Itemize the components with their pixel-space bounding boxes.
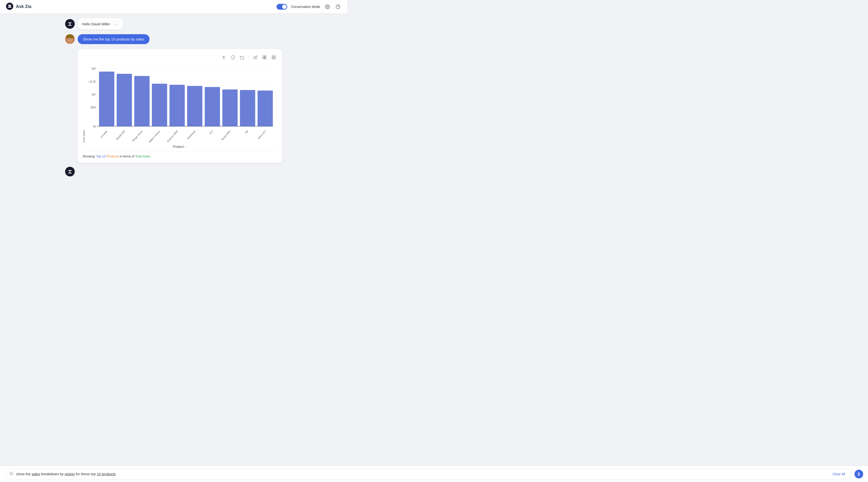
- showing-prefix: Showing:: [83, 155, 95, 158]
- middle-text: in terms of: [120, 155, 135, 158]
- svg-text:Fleetwood: Fleetwood: [187, 130, 195, 140]
- svg-text:Corvette: Corvette: [100, 130, 108, 138]
- conversation-mode-toggle[interactable]: [277, 4, 287, 10]
- user-message-text: Show me the top 10 products by sales: [83, 37, 144, 41]
- user-message-bubble: Show me the top 10 products by sales: [78, 34, 150, 44]
- chart-toolbar: [83, 54, 277, 63]
- svg-text:$500: $500: [91, 106, 96, 109]
- svg-text:$0: $0: [93, 125, 96, 128]
- bar-fleetwood: [187, 86, 202, 126]
- zia-chart-icon[interactable]: [220, 54, 227, 61]
- svg-rect-14: [265, 56, 266, 57]
- svg-text:Express 3500: Express 3500: [166, 130, 178, 143]
- bar-toyota: [222, 89, 238, 126]
- save-icon[interactable]: [261, 54, 268, 61]
- edit-icon[interactable]: [252, 54, 259, 61]
- svg-rect-16: [265, 58, 266, 59]
- metric-text: Total Sales: [135, 155, 151, 158]
- svg-rect-20: [274, 58, 275, 59]
- svg-rect-13: [263, 56, 264, 57]
- header-right: Conversation Mode: [277, 3, 341, 10]
- zia-avatar: [65, 19, 75, 29]
- svg-point-9: [71, 39, 71, 39]
- top-10-text: Top 10: [96, 155, 106, 158]
- svg-rect-18: [274, 56, 275, 57]
- svg-point-2: [327, 6, 328, 7]
- x-axis-chevron-icon: ⌄: [185, 145, 187, 148]
- showing-info: Showing: Top 10 Products in terms of Tot…: [83, 151, 277, 158]
- bar-volvo: [257, 91, 273, 127]
- bar-bmw: [152, 84, 167, 126]
- conversation: Hello David Miller ⌄: [65, 18, 282, 176]
- x-axis-label[interactable]: Product ⌄: [173, 145, 187, 149]
- dimension-text: Products: [106, 155, 119, 158]
- help-icon[interactable]: [335, 3, 341, 10]
- bar-express: [169, 85, 185, 127]
- greeting-bubble: Hello David Miller ⌄: [78, 18, 123, 29]
- svg-rect-17: [272, 56, 273, 57]
- greeting-text: Hello David Miller: [82, 22, 110, 26]
- svg-text:GTI: GTI: [209, 130, 213, 135]
- chart-container: Total Sales $2K $1.5K $1K $: [83, 66, 277, 143]
- main-content: Hello David Miller ⌄: [0, 13, 347, 193]
- svg-text:Volvo 2C2: Volvo 2C2: [257, 130, 266, 140]
- app-title: Ask Zia: [16, 4, 31, 9]
- svg-text:R8: R8: [245, 130, 249, 134]
- chart-card: Total Sales $2K $1.5K $1K $: [78, 49, 282, 163]
- svg-text:$1.5K: $1.5K: [90, 80, 96, 83]
- svg-text:Toyota MR2: Toyota MR2: [221, 130, 231, 141]
- user-avatar: [65, 34, 75, 44]
- svg-rect-19: [272, 58, 273, 59]
- bar-corvette: [99, 72, 114, 126]
- bar-gti: [205, 87, 220, 126]
- svg-text:›: ›: [88, 80, 89, 83]
- header-left: ZA Ask Zia: [6, 2, 31, 11]
- conversation-mode-label: Conversation Mode: [291, 5, 320, 9]
- svg-point-8: [69, 39, 69, 39]
- svg-text:ZA: ZA: [8, 5, 11, 8]
- zia-avatar-bottom: [65, 167, 75, 176]
- svg-text:Mazda 626: Mazda 626: [116, 130, 125, 141]
- greeting-row: Hello David Miller ⌄: [65, 18, 282, 29]
- greeting-chevron-button[interactable]: ⌄: [113, 21, 119, 27]
- chart-svg: $2K $1.5K $1K $500 $0 ›: [86, 66, 277, 143]
- svg-text:BMW 3 Series: BMW 3 Series: [149, 130, 160, 143]
- grid-icon[interactable]: [270, 54, 277, 61]
- chart-inner: $2K $1.5K $1K $500 $0 ›: [86, 66, 277, 143]
- info-icon[interactable]: [229, 54, 237, 61]
- bar-r8: [240, 90, 255, 127]
- x-axis-label-text: Product: [173, 145, 184, 149]
- svg-text:Range Rover: Range Rover: [132, 130, 143, 142]
- bar-range-rover: [134, 76, 150, 126]
- settings-icon[interactable]: [324, 3, 331, 10]
- zia-response-row: [65, 167, 282, 176]
- svg-point-7: [68, 37, 72, 42]
- bar-mazda: [117, 74, 132, 126]
- history-icon[interactable]: [239, 54, 246, 61]
- zia-logo-icon: ZA: [6, 2, 13, 11]
- header: ZA Ask Zia Conversation Mode: [0, 0, 347, 13]
- svg-text:$1K: $1K: [92, 93, 96, 96]
- svg-rect-15: [263, 58, 264, 59]
- y-axis-label: Total Sales: [83, 66, 85, 143]
- chart-footer: Product ⌄: [83, 145, 277, 149]
- svg-text:$2K: $2K: [92, 67, 96, 70]
- user-message-row: Show me the top 10 products by sales: [65, 34, 282, 44]
